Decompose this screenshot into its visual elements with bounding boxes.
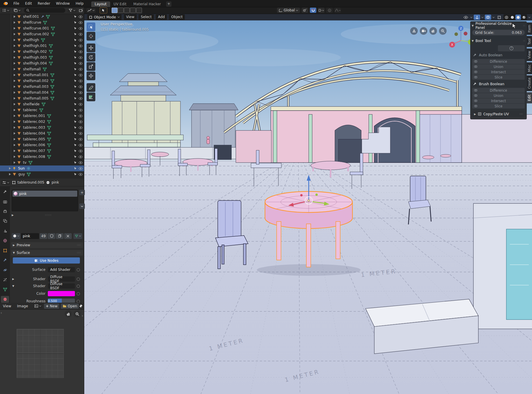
expand-icon[interactable] (13, 97, 16, 100)
brush-boolean-intersect[interactable]: Intersect (472, 98, 525, 103)
expand-icon[interactable] (13, 15, 16, 18)
restrict-select-icon[interactable] (73, 15, 77, 19)
outliner-row-shelfsmall-002[interactable]: shelfsmall.002 (0, 78, 84, 84)
menu-render[interactable]: Render (35, 0, 53, 7)
tab-view-layer[interactable] (1, 218, 9, 224)
viewport-menu-add[interactable]: Add (156, 14, 167, 20)
restrict-select-icon[interactable] (73, 44, 77, 48)
hide-in-viewport-icon[interactable] (78, 97, 83, 100)
unlink-material-button[interactable] (64, 233, 72, 239)
surface-value-button[interactable]: Add Shader (48, 267, 75, 272)
expand-icon[interactable] (13, 114, 16, 117)
outliner-row-shelfsmall-004[interactable]: shelfsmall.004 (0, 90, 84, 95)
expand-icon[interactable] (13, 138, 16, 141)
expand-icon[interactable] (9, 167, 11, 170)
use-nodes-button[interactable]: Use Nodes (13, 257, 80, 264)
restrict-select-icon[interactable] (73, 161, 77, 165)
decorator-dot[interactable] (77, 300, 80, 303)
zoom-view-icon[interactable] (439, 27, 447, 35)
expand-icon[interactable]: ▶ (12, 278, 14, 280)
hide-in-viewport-icon[interactable] (78, 21, 83, 24)
shading-rendered-button[interactable] (521, 15, 527, 20)
copy-material-button[interactable] (56, 233, 64, 239)
sidebar-tab-tool[interactable]: Tool (527, 36, 532, 47)
shader-value-button[interactable]: Diffuse BSDF (48, 276, 75, 282)
expand-icon[interactable] (13, 120, 16, 123)
expand-icon[interactable] (13, 21, 16, 24)
auto-boolean-intersect[interactable]: Intersect (472, 69, 525, 74)
pin-icon[interactable] (79, 304, 83, 308)
tab-output[interactable] (1, 208, 9, 215)
menu-file[interactable]: File (10, 0, 22, 7)
mesh-link-dropdown[interactable] (73, 233, 82, 239)
hide-in-viewport-icon[interactable] (78, 173, 83, 176)
restrict-select-icon[interactable] (73, 85, 77, 89)
expand-icon[interactable] (13, 161, 16, 164)
select-mode-intersect[interactable] (136, 8, 142, 13)
material-slot-pink[interactable]: pink (13, 191, 77, 197)
select-mode-extend[interactable] (118, 8, 124, 13)
hide-in-viewport-icon[interactable] (78, 50, 83, 53)
expand-icon[interactable] (13, 62, 16, 65)
decorator-dot[interactable] (77, 292, 80, 295)
outliner-row-shelfhigh-002[interactable]: shelfhigh.002 (0, 49, 84, 55)
auto-boolean-difference[interactable]: Difference (472, 59, 525, 64)
image-menu-image[interactable]: Image (14, 303, 31, 310)
restrict-select-icon[interactable] (73, 155, 77, 159)
tab-physics[interactable] (1, 266, 9, 273)
breadcrumb-object-name[interactable]: tableround.005 (17, 180, 44, 184)
expand-icon[interactable] (13, 33, 16, 36)
viewport-3d[interactable]: 1 METER 1 METER 1 METER 1 METER (84, 14, 532, 394)
outliner-row-shelfhigh[interactable]: shelfhigh (0, 37, 84, 43)
expand-icon[interactable] (13, 27, 16, 30)
viewport-menu-object[interactable]: Object (169, 14, 185, 20)
outliner-display-mode-dropdown[interactable] (13, 8, 22, 13)
hide-in-viewport-icon[interactable] (78, 27, 83, 30)
restrict-select-icon[interactable] (73, 108, 77, 112)
workspace-tab-material-hacker[interactable]: Material Hacker (130, 1, 164, 7)
outliner-row-shelfhigh-004[interactable]: shelfhigh.004 (0, 60, 84, 66)
hide-in-viewport-icon[interactable] (78, 15, 83, 18)
restrict-select-icon[interactable] (73, 137, 77, 141)
gizmos-toggle[interactable] (474, 15, 480, 20)
outliner-row-tablerec[interactable]: tablerec (0, 107, 84, 113)
brush-boolean-union[interactable]: Union (472, 93, 525, 98)
tab-scene[interactable] (1, 228, 9, 234)
zoom-icon[interactable] (73, 310, 81, 318)
brush-boolean-slice[interactable]: Slice (472, 104, 525, 109)
decorator-dot[interactable] (77, 285, 80, 288)
workspace-tab-layout[interactable]: Layout (91, 1, 110, 7)
expand-icon[interactable] (13, 74, 16, 76)
auto-boolean-slice[interactable]: Slice (472, 75, 525, 80)
restrict-select-icon[interactable] (73, 21, 77, 25)
brush-boolean-difference[interactable]: Difference (472, 88, 525, 93)
chevron-down-icon[interactable] (492, 17, 495, 18)
material-users-button[interactable]: 49 (40, 233, 47, 239)
select-mode-subtract[interactable] (124, 8, 130, 13)
material-name-field[interactable]: pink (21, 233, 39, 239)
outliner-row-shelfsmall-001[interactable]: shelfsmall.001 (0, 72, 84, 78)
outliner-search-input[interactable] (31, 8, 61, 13)
surface-panel-header[interactable]: ▼Surface∷∷ (11, 250, 83, 256)
hide-in-viewport-icon[interactable] (78, 144, 83, 147)
restrict-select-icon[interactable] (73, 73, 77, 77)
outliner-row-tablerec-005[interactable]: tablerec.005 (0, 136, 84, 142)
outliner-row-shelfcurve[interactable]: shelfcurve (0, 20, 84, 25)
snap-target-dropdown[interactable] (318, 8, 324, 13)
restrict-select-icon[interactable] (73, 167, 77, 170)
expand-icon[interactable] (13, 132, 16, 135)
expand-icon[interactable] (13, 149, 16, 152)
tab-tool[interactable] (1, 189, 9, 195)
proportional-editing-toggle[interactable] (326, 8, 333, 13)
restrict-select-icon[interactable] (73, 149, 77, 153)
editor-type-dropdown[interactable] (86, 8, 96, 13)
hide-in-viewport-icon[interactable] (78, 167, 83, 170)
preview-panel-header[interactable]: ▶Preview∷∷ (11, 242, 83, 248)
expand-icon[interactable] (13, 144, 16, 147)
image-menu-view[interactable]: View (0, 303, 14, 310)
outliner-row-tablerec-008[interactable]: tablerec.008 (0, 154, 84, 160)
hide-in-viewport-icon[interactable] (78, 62, 83, 65)
outliner-row-tablerec-003[interactable]: tablerec.003 (0, 125, 84, 130)
region-expand-right-chevron[interactable]: › (82, 314, 83, 318)
expand-icon[interactable] (9, 173, 11, 176)
